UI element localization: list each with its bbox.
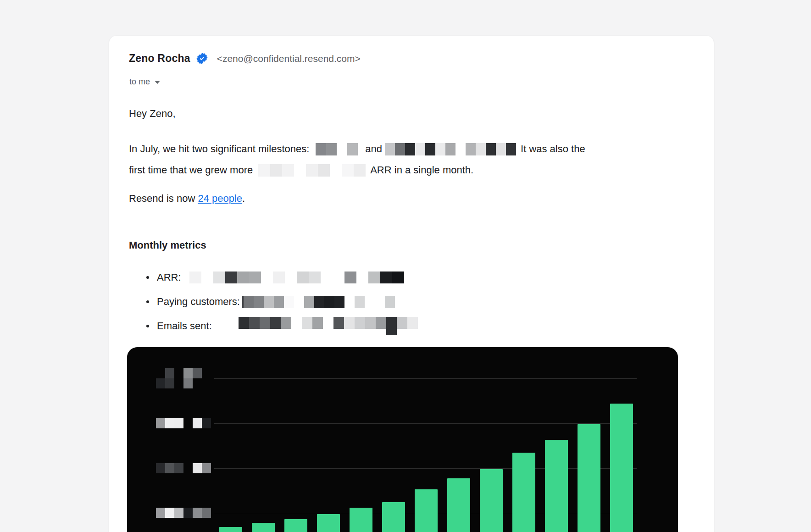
metric-label: Emails sent:: [157, 320, 215, 332]
redacted-pixel-cell: [506, 143, 516, 155]
redacted-pixel-cell: [174, 378, 183, 388]
redacted-pixel-cell: [193, 418, 202, 428]
redacted-pixel-cell: [425, 143, 435, 155]
metrics-list: ARR: Paying customers: Emails sent:: [129, 265, 418, 338]
redacted-pixel-cell: [183, 463, 193, 473]
chart-bar: [382, 502, 405, 532]
chart-bar: [252, 523, 275, 532]
redacted-pixel-cell: [156, 463, 165, 473]
chart-bar: [350, 508, 372, 532]
redacted-pixel-cell: [165, 378, 174, 388]
redacted-pixel-cell: [239, 317, 249, 329]
redacted-axis-label: [156, 463, 211, 473]
redacted-text-block: [258, 164, 366, 177]
redacted-pixel-cell: [284, 296, 294, 308]
redacted-metric-value: [189, 272, 404, 283]
chart-bar: [447, 478, 470, 532]
redacted-pixel-cell: [397, 317, 407, 329]
redacted-pixel-cell: [193, 368, 202, 378]
redacted-pixel-cell: [314, 296, 324, 308]
chart-bar: [480, 469, 503, 532]
redacted-pixel-cell: [375, 296, 385, 308]
redacted-pixel-cell: [183, 368, 193, 378]
redacted-pixel-cell: [274, 296, 284, 308]
people-count-link[interactable]: 24 people: [198, 193, 242, 204]
redacted-pixel-cell: [312, 317, 323, 329]
redacted-pixel-cell: [174, 463, 183, 473]
redacted-pixel-cell: [273, 272, 285, 283]
redacted-pixel-cell: [291, 317, 302, 329]
redacted-pixel-cell: [334, 296, 344, 308]
chart-gridline: [214, 468, 637, 469]
redacted-pixel-cell: [309, 272, 321, 283]
paragraph-text: In July, we hit two significant mileston…: [129, 143, 309, 155]
bullet-icon: [146, 276, 149, 279]
email-header: Zeno Rocha <zeno@confidential.resend.com…: [129, 52, 361, 65]
milestones-paragraph: In July, we hit two significant mileston…: [129, 139, 585, 181]
redacted-text-block: [316, 143, 358, 155]
chart-bar: [512, 453, 535, 532]
redacted-pixel-cell: [156, 508, 165, 518]
redacted-pixel-cell: [407, 317, 418, 329]
redacted-pixel-cell: [368, 272, 380, 283]
redacted-pixel-cell: [392, 272, 404, 283]
metric-label: Paying customers:: [157, 296, 240, 308]
email-card: Zeno Rocha <zeno@confidential.resend.com…: [109, 36, 714, 532]
chart-bar: [317, 514, 340, 532]
redacted-pixel-cell: [304, 296, 314, 308]
redacted-pixel-cell: [156, 378, 165, 388]
paragraph-text: Resend is now: [129, 193, 198, 204]
redacted-pixel-cell: [297, 272, 309, 283]
redacted-pixel-cell: [244, 296, 254, 308]
redacted-pixel-cell: [285, 272, 297, 283]
redacted-pixel-cell: [486, 143, 496, 155]
redacted-pixel-cell: [183, 508, 193, 518]
redacted-pixel-cell: [355, 296, 365, 308]
paragraph-line-1: In July, we hit two significant mileston…: [129, 139, 585, 160]
chart-gridline: [214, 378, 637, 379]
redacted-pixel-cell: [455, 143, 466, 155]
redacted-pixel-cell: [386, 317, 397, 335]
redacted-pixel-cell: [355, 317, 365, 329]
redacted-pixel-cell: [174, 368, 183, 378]
chart-bar: [578, 424, 600, 532]
page-background: { "email": { "sender": { "name": "Zeno R…: [0, 0, 811, 532]
recipient-dropdown[interactable]: to me: [129, 77, 160, 87]
redacted-pixel-cell: [496, 143, 506, 155]
redacted-pixel-cell: [445, 143, 455, 155]
redacted-pixel-cell: [282, 164, 294, 177]
metric-item-paying-customers: Paying customers:: [129, 289, 418, 314]
redacted-pixel-cell: [201, 272, 213, 283]
redacted-pixel-cell: [347, 143, 358, 155]
paragraph-text: It was also the: [521, 143, 585, 155]
redacted-pixel-cell: [193, 463, 202, 473]
redacted-pixel-cell: [156, 418, 165, 428]
redacted-pixel-cell: [183, 378, 193, 388]
redacted-pixel-cell: [258, 164, 270, 177]
redacted-pixel-cell: [324, 296, 334, 308]
chart-bar: [284, 519, 307, 532]
redacted-pixel-cell: [260, 317, 270, 329]
chart-gridline: [214, 423, 637, 424]
redacted-pixel-cell: [264, 296, 274, 308]
redacted-pixel-cell: [261, 272, 273, 283]
redacted-pixel-cell: [281, 317, 291, 329]
metric-label: ARR:: [157, 272, 184, 283]
redacted-pixel-cell: [333, 317, 344, 329]
redacted-pixel-cell: [356, 272, 368, 283]
redacted-pixel-cell: [270, 317, 281, 329]
chart-bar: [610, 404, 633, 532]
redacted-pixel-cell: [165, 368, 174, 378]
email-greeting: Hey Zeno,: [129, 108, 176, 120]
redacted-pixel-cell: [385, 296, 395, 308]
redacted-axis-label: [156, 418, 211, 428]
redacted-pixel-cell: [476, 143, 486, 155]
redacted-pixel-cell: [156, 368, 165, 378]
redacted-pixel-cell: [405, 143, 415, 155]
redacted-pixel-cell: [174, 418, 183, 428]
redacted-pixel-cell: [395, 143, 405, 155]
redacted-pixel-cell: [354, 164, 366, 177]
sender-name: Zeno Rocha: [129, 52, 190, 65]
redacted-pixel-cell: [237, 272, 249, 283]
bullet-icon: [146, 300, 149, 303]
